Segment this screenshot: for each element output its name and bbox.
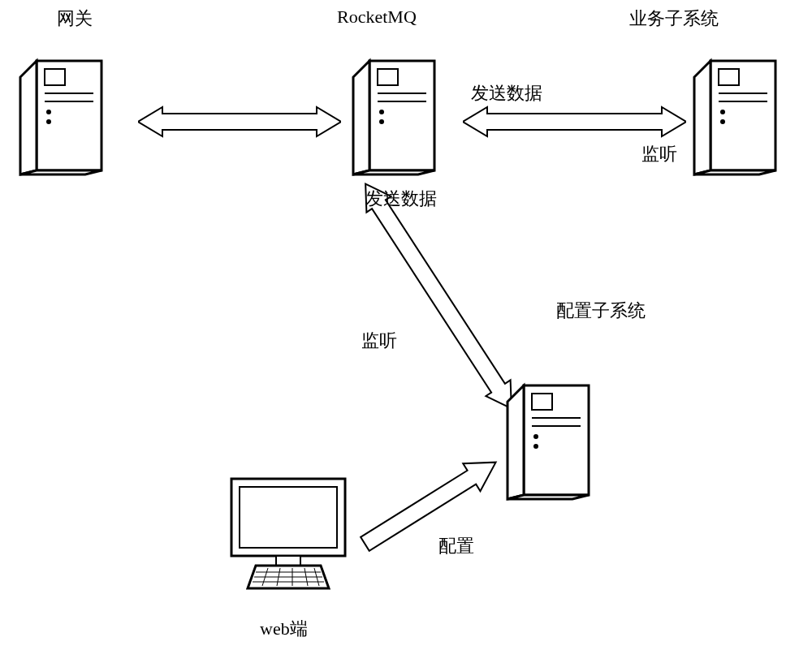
send-data-2-label: 发送数据 [365, 187, 437, 211]
web-monitor-icon [223, 471, 353, 592]
rocketmq-business-arrow-icon [463, 105, 686, 138]
svg-marker-9 [353, 61, 369, 174]
svg-point-6 [46, 110, 51, 114]
svg-marker-24 [138, 107, 341, 136]
svg-marker-2 [20, 170, 102, 174]
gateway-label: 网关 [57, 6, 93, 31]
web-end-label: web端 [260, 617, 308, 641]
svg-marker-29 [508, 495, 589, 499]
config-server-icon [499, 381, 605, 503]
svg-marker-18 [694, 170, 775, 174]
svg-rect-27 [524, 385, 589, 495]
svg-marker-28 [508, 385, 524, 499]
rocketmq-label: RocketMQ [337, 6, 417, 28]
svg-marker-10 [353, 170, 434, 174]
svg-rect-0 [37, 61, 102, 170]
svg-point-14 [379, 110, 384, 114]
svg-rect-37 [276, 556, 300, 566]
svg-marker-17 [694, 61, 710, 174]
svg-rect-16 [710, 61, 775, 170]
svg-rect-36 [240, 487, 337, 548]
svg-point-15 [379, 119, 384, 124]
listen-1-label: 监听 [641, 142, 677, 166]
svg-rect-8 [369, 61, 434, 170]
svg-point-33 [533, 434, 538, 439]
svg-point-23 [720, 119, 725, 124]
svg-point-34 [533, 444, 538, 449]
svg-marker-26 [353, 183, 524, 410]
svg-marker-25 [463, 107, 686, 136]
gateway-rocketmq-arrow-icon [138, 105, 341, 138]
config-label: 配置 [438, 534, 474, 558]
rocketmq-config-arrow-icon [349, 183, 528, 410]
send-data-1-label: 发送数据 [471, 81, 542, 105]
svg-point-7 [46, 119, 51, 124]
gateway-server-icon [12, 57, 118, 179]
listen-2-label: 监听 [361, 329, 397, 353]
config-subsystem-label: 配置子系统 [556, 299, 646, 323]
svg-marker-47 [357, 454, 503, 552]
business-server-icon [686, 57, 792, 179]
svg-marker-1 [20, 61, 37, 174]
svg-point-22 [720, 110, 725, 114]
rocketmq-server-icon [345, 57, 451, 179]
business-subsystem-label: 业务子系统 [629, 6, 719, 31]
web-config-arrow-icon [357, 454, 503, 552]
